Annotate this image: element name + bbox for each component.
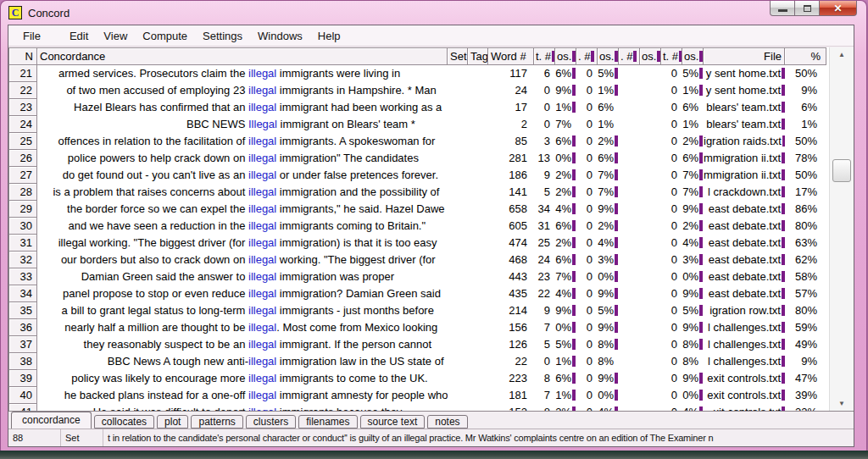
concordance-text[interactable]: our borders but also to crack down on il…: [37, 252, 448, 268]
pair-position-cell[interactable]: 9%: [598, 370, 619, 387]
pair-count-cell[interactable]: [619, 370, 640, 387]
pair-position-cell[interactable]: 4%: [555, 201, 576, 218]
concordance-row[interactable]: 35 a bill to grant legal status to long-…: [8, 302, 829, 319]
tag-cell[interactable]: [468, 167, 488, 184]
header-sent-number[interactable]: t. #: [534, 47, 555, 65]
pair-count-cell[interactable]: 0: [576, 150, 598, 167]
concordance-text[interactable]: illegal working. "The biggest driver (fo…: [37, 235, 448, 252]
pair-count-cell[interactable]: 0: [661, 99, 682, 116]
pair-count-cell[interactable]: 0: [576, 235, 598, 252]
percent-cell[interactable]: 9%: [785, 82, 826, 99]
tab-concordance[interactable]: concordance: [11, 412, 92, 429]
set-cell[interactable]: [448, 167, 468, 184]
row-number[interactable]: 25: [8, 133, 37, 150]
pair-position-cell[interactable]: 1%: [598, 82, 619, 99]
tab-patterns[interactable]: patterns: [191, 415, 242, 429]
concordance-row[interactable]: 23 Hazel Blears has confirmed that an il…: [8, 99, 829, 116]
tab-notes[interactable]: notes: [427, 415, 467, 429]
pair-count-cell[interactable]: 0: [661, 353, 682, 370]
tab-clusters[interactable]: clusters: [246, 415, 296, 429]
percent-cell[interactable]: 62%: [785, 252, 826, 268]
pair-count-cell[interactable]: 0: [576, 319, 598, 336]
percent-cell[interactable]: 6%: [785, 99, 826, 116]
pair-position-cell[interactable]: 5%: [682, 302, 704, 319]
pair-position-cell[interactable]: [640, 387, 661, 404]
concordance-row[interactable]: 24 BBC NEWS Illegal immigrant on Blears'…: [8, 116, 829, 133]
tab-plot[interactable]: plot: [157, 415, 188, 429]
pair-count-cell[interactable]: 6: [534, 65, 555, 82]
header-tag[interactable]: Tag: [468, 47, 488, 65]
row-number[interactable]: 32: [8, 252, 37, 268]
pair-position-cell[interactable]: [640, 218, 661, 235]
pair-position-cell[interactable]: 2%: [598, 133, 619, 150]
pair-count-cell[interactable]: 9: [534, 302, 555, 319]
concordance-text[interactable]: BBC News A tough new anti-illegal immigr…: [37, 353, 448, 370]
scroll-up-arrow[interactable]: ▲: [830, 47, 854, 62]
word-number-cell[interactable]: 281: [488, 150, 534, 167]
pair-position-cell[interactable]: 0%: [682, 268, 704, 285]
pair-count-cell[interactable]: 0: [576, 218, 598, 235]
pair-count-cell[interactable]: [619, 285, 640, 302]
tag-cell[interactable]: [468, 302, 488, 319]
pair-position-cell[interactable]: [640, 285, 661, 302]
close-button[interactable]: ✕: [820, 1, 857, 16]
file-cell[interactable]: exit controls.txt: [704, 370, 785, 387]
word-number-cell[interactable]: 214: [488, 302, 534, 319]
set-cell[interactable]: [448, 133, 468, 150]
pair-position-cell[interactable]: [640, 82, 661, 99]
concordance-text[interactable]: is a problem that raises concerns about …: [37, 184, 448, 201]
file-cell[interactable]: mmigration ii.txt: [704, 167, 785, 184]
pair-count-cell[interactable]: 0: [576, 133, 598, 150]
pair-count-cell[interactable]: [619, 133, 640, 150]
pair-position-cell[interactable]: [640, 252, 661, 268]
pair-count-cell[interactable]: 0: [576, 116, 598, 133]
header-para-number[interactable]: . #: [576, 47, 598, 65]
pair-position-cell[interactable]: 5%: [555, 336, 576, 353]
percent-cell[interactable]: 1%: [785, 116, 826, 133]
pair-position-cell[interactable]: 0%: [555, 319, 576, 336]
pair-count-cell[interactable]: 0: [661, 285, 682, 302]
file-cell[interactable]: east debate.txt: [704, 268, 785, 285]
row-number[interactable]: 22: [8, 82, 37, 99]
pair-count-cell[interactable]: 7: [534, 387, 555, 404]
pair-count-cell[interactable]: 9: [534, 167, 555, 184]
menu-view[interactable]: View: [96, 27, 135, 45]
pair-position-cell[interactable]: 0%: [682, 387, 704, 404]
tag-cell[interactable]: [468, 353, 488, 370]
pair-count-cell[interactable]: 0: [576, 302, 598, 319]
percent-cell[interactable]: 50%: [785, 65, 826, 82]
pair-count-cell[interactable]: 0: [661, 218, 682, 235]
row-number[interactable]: 29: [8, 201, 37, 218]
file-cell[interactable]: blears' team.txt: [704, 99, 785, 116]
pair-position-cell[interactable]: [640, 302, 661, 319]
pair-count-cell[interactable]: 3: [534, 133, 555, 150]
pair-count-cell[interactable]: [619, 268, 640, 285]
pair-position-cell[interactable]: 9%: [598, 319, 619, 336]
header-sect-number[interactable]: t. #: [661, 47, 682, 65]
set-cell[interactable]: [448, 268, 468, 285]
pair-count-cell[interactable]: 0: [534, 82, 555, 99]
pair-position-cell[interactable]: 1%: [682, 82, 704, 99]
set-cell[interactable]: [448, 387, 468, 404]
concordance-row[interactable]: 28 is a problem that raises concerns abo…: [8, 184, 829, 201]
concordance-row[interactable]: 27 do get found out - you can't live as …: [8, 167, 829, 184]
concordance-row[interactable]: 37 they reasonably suspect to be an ille…: [8, 336, 829, 353]
concordance-text[interactable]: and we have seen a reduction in the ille…: [37, 218, 448, 235]
pair-count-cell[interactable]: 24: [534, 252, 555, 268]
percent-cell[interactable]: 86%: [785, 201, 826, 218]
pair-count-cell[interactable]: 0: [661, 302, 682, 319]
pair-count-cell[interactable]: 23: [534, 268, 555, 285]
pair-count-cell[interactable]: [619, 65, 640, 82]
file-cell[interactable]: l challenges.txt: [704, 336, 785, 353]
pair-position-cell[interactable]: 6%: [682, 99, 704, 116]
pair-position-cell[interactable]: [640, 370, 661, 387]
pair-count-cell[interactable]: 0: [576, 370, 598, 387]
concordance-text[interactable]: of two men accused of employing 23 illeg…: [37, 82, 448, 99]
set-cell[interactable]: [448, 82, 468, 99]
minimize-button[interactable]: [770, 1, 795, 16]
pair-position-cell[interactable]: [640, 116, 661, 133]
pair-count-cell[interactable]: 34: [534, 201, 555, 218]
pair-count-cell[interactable]: 0: [576, 336, 598, 353]
pair-position-cell[interactable]: 0%: [555, 150, 576, 167]
concordance-text[interactable]: BBC NEWS Illegal immigrant on Blears' te…: [37, 116, 448, 133]
